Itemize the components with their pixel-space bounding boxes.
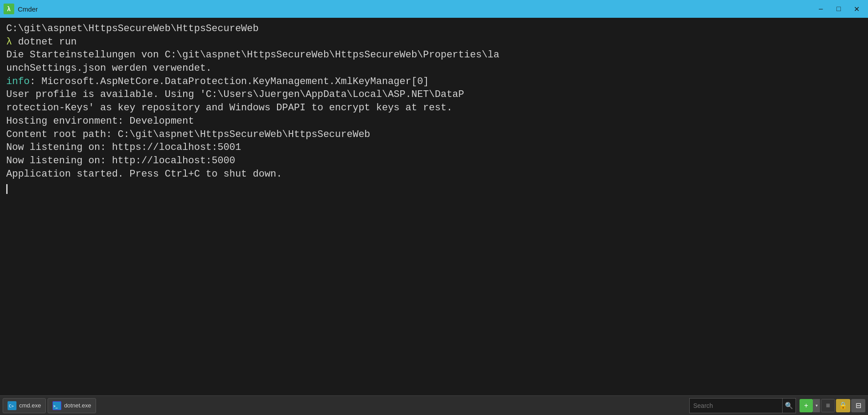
terminal-output: C:\git\aspnet\HttpsSecureWeb\HttpsSecure… (0, 18, 868, 395)
app-icon: λ (4, 4, 14, 14)
output-line-11: Now listening on: http://localhost:5000 (6, 155, 235, 166)
terminal-line-11: Now listening on: http://localhost:5000 (6, 154, 862, 168)
path-text: C:\git\aspnet\HttpsSecureWeb\HttpsSecure… (6, 23, 259, 34)
output-line-6: User profile is available. Using 'C:\Use… (6, 89, 464, 100)
dotnet-icon: >_ (52, 401, 61, 410)
prompt-symbol: λ (6, 36, 18, 48)
add-tab-button[interactable]: + (800, 399, 813, 412)
svg-text:>_: >_ (53, 404, 58, 408)
taskbar-right-icons: + ▾ ≡ 🔒 ⊟ (800, 399, 865, 412)
terminal-line-command: λ dotnet run (6, 36, 862, 49)
terminal-line-7: rotection-Keys' as key repository and Wi… (6, 101, 862, 115)
terminal-line-4: unchSettings.json werden verwendet. (6, 62, 862, 75)
terminal-line-9: Content root path: C:\git\aspnet\HttpsSe… (6, 128, 862, 141)
dotnet-label: dotnet.exe (64, 402, 91, 409)
output-line-10: Now listening on: https://localhost:5001 (6, 142, 241, 153)
terminal-line-path: C:\git\aspnet\HttpsSecureWeb\HttpsSecure… (6, 22, 862, 36)
maximize-button[interactable]: □ (831, 2, 847, 16)
plus-icon: + (804, 402, 808, 410)
minimize-button[interactable]: – (813, 2, 829, 16)
grid-button[interactable]: ⊟ (851, 399, 865, 412)
terminal-cursor-line (6, 181, 862, 194)
output-line-8: Hosting environment: Development (6, 116, 194, 127)
lock-icon: 🔒 (839, 401, 848, 410)
cmd-icon: C> (8, 401, 16, 410)
terminal-line-6: User profile is available. Using 'C:\Use… (6, 88, 862, 101)
terminal-line-12: Application started. Press Ctrl+C to shu… (6, 168, 862, 181)
page-icon: ≡ (826, 402, 830, 410)
taskbar-item-cmd[interactable]: C> cmd.exe (3, 398, 46, 413)
title-bar: λ Cmder – □ ✕ (0, 0, 868, 18)
output-line-12: Application started. Press Ctrl+C to shu… (6, 169, 282, 180)
svg-text:C>: C> (9, 404, 14, 408)
dropdown-arrow-icon: ▾ (816, 403, 818, 408)
terminal-line-info: info: Microsoft.AspNetCore.DataProtectio… (6, 75, 862, 89)
output-line-9: Content root path: C:\git\aspnet\HttpsSe… (6, 129, 370, 140)
output-line-4: unchSettings.json werden verwendet. (6, 63, 212, 74)
title-bar-left: λ Cmder (4, 4, 38, 14)
info-label: info (6, 76, 30, 87)
window-controls: – □ ✕ (813, 2, 864, 16)
cursor (6, 184, 8, 194)
output-line-3: Die Starteinstellungen von C:\git\aspnet… (6, 49, 499, 60)
taskbar-item-dotnet[interactable]: >_ dotnet.exe (48, 398, 96, 413)
output-line-7: rotection-Keys' as key repository and Wi… (6, 102, 452, 113)
info-text: : Microsoft.AspNetCore.DataProtection.Ke… (30, 76, 429, 87)
settings-button[interactable]: ≡ (821, 399, 835, 412)
search-box: 🔍 (689, 398, 796, 413)
search-button[interactable]: 🔍 (782, 398, 796, 413)
grid-icon: ⊟ (856, 401, 861, 410)
taskbar: C> cmd.exe >_ dotnet.exe 🔍 + ▾ ≡ 🔒 (0, 395, 868, 415)
cmd-label: cmd.exe (19, 402, 41, 409)
terminal-line-3: Die Starteinstellungen von C:\git\aspnet… (6, 48, 862, 62)
terminal-line-8: Hosting environment: Development (6, 115, 862, 128)
tab-dropdown-button[interactable]: ▾ (813, 399, 820, 412)
search-input[interactable] (690, 399, 782, 413)
terminal-line-10: Now listening on: https://localhost:5001 (6, 141, 862, 154)
close-button[interactable]: ✕ (848, 2, 864, 16)
window-title: Cmder (18, 5, 38, 13)
lock-button[interactable]: 🔒 (836, 399, 850, 412)
command-text: dotnet run (18, 36, 76, 48)
